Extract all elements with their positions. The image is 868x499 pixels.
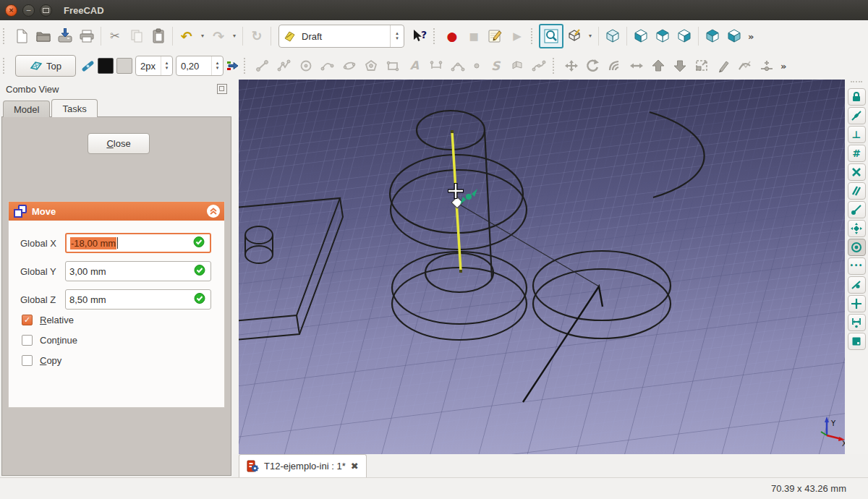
draft-add-point-button[interactable] — [756, 54, 778, 77]
working-plane-button[interactable]: Top — [15, 55, 76, 77]
tab-tasks[interactable]: Tasks — [51, 99, 97, 117]
new-document-button[interactable] — [11, 25, 33, 48]
view-left-button[interactable] — [723, 25, 745, 48]
draft-bspline-button[interactable] — [447, 54, 469, 77]
snap-dimensions-button[interactable] — [848, 314, 866, 331]
scale-spinner[interactable]: ▴▾ — [211, 56, 223, 75]
workbench-selector[interactable]: Draft ▴ ▾ — [278, 25, 404, 48]
print-button[interactable] — [76, 25, 98, 48]
view-right-button[interactable] — [673, 25, 695, 48]
toggle-construction-button[interactable] — [80, 54, 96, 77]
refresh-button[interactable]: ↻ — [246, 25, 268, 48]
workbench-spinner[interactable]: ▴ ▾ — [390, 25, 404, 47]
apply-style-button[interactable] — [225, 54, 241, 77]
copy-button[interactable] — [126, 25, 148, 48]
draft-ellipse-button[interactable] — [339, 54, 360, 77]
snap-center-button[interactable] — [848, 239, 866, 256]
draft-rectangle-button[interactable] — [382, 54, 404, 77]
window-maximize-button[interactable] — [40, 4, 52, 17]
snap-grid-button[interactable]: # — [848, 145, 866, 162]
draft-dimension-button[interactable] — [425, 54, 447, 77]
draft-edit-button[interactable] — [712, 54, 734, 77]
continue-checkbox[interactable] — [22, 335, 33, 346]
draft-downgrade-button[interactable] — [669, 54, 691, 77]
view-rear-button[interactable] — [702, 25, 723, 48]
draft-line-button[interactable] — [252, 54, 273, 77]
toolbar-overflow-button[interactable]: » — [780, 61, 786, 71]
draw-style-dropdown-button[interactable]: ▾ — [585, 33, 595, 39]
macro-play-button[interactable]: ▶ — [506, 25, 528, 48]
window-close-button[interactable]: × — [5, 4, 17, 17]
open-document-button[interactable] — [33, 25, 54, 48]
3d-viewport[interactable]: Y X — [239, 80, 845, 454]
document-tab-close-icon[interactable]: ✖ — [351, 461, 359, 471]
toolbar-grip[interactable] — [3, 58, 8, 74]
draft-trimex-button[interactable] — [626, 54, 647, 77]
view-top-button[interactable] — [652, 25, 673, 48]
global-x-input[interactable]: -18,00 mm — [65, 233, 211, 253]
view-front-button[interactable] — [630, 25, 652, 48]
toolbar-grip[interactable] — [531, 28, 536, 44]
relative-checkbox[interactable]: ✓ — [22, 315, 33, 325]
close-task-button[interactable]: Close — [88, 133, 150, 154]
window-minimize-button[interactable]: − — [22, 4, 35, 17]
move-task-header[interactable]: Move — [9, 202, 224, 221]
snap-endpoint-button[interactable] — [848, 201, 866, 218]
line-width-spinbox[interactable]: 2px ▴▾ — [135, 56, 173, 76]
draft-wire-to-bspline-button[interactable] — [734, 54, 756, 77]
snap-parallel-button[interactable] — [848, 182, 866, 200]
draft-move-button[interactable] — [561, 54, 582, 77]
toolbar-grip[interactable] — [244, 58, 249, 74]
line-width-spinner[interactable]: ▴▾ — [161, 56, 172, 75]
undo-dropdown-button[interactable]: ▾ — [197, 33, 208, 39]
draft-wire-button[interactable] — [273, 54, 295, 77]
view-axonometric-button[interactable] — [602, 25, 624, 48]
fit-all-button[interactable] — [539, 24, 563, 48]
draft-facebinder-button[interactable] — [506, 54, 528, 77]
toolbar-grip[interactable] — [3, 28, 8, 44]
draft-circle-button[interactable] — [295, 54, 317, 77]
document-tab[interactable]: T12-ejemplo-ini : 1* ✖ — [239, 454, 367, 477]
paste-button[interactable] — [148, 25, 169, 48]
macro-edit-button[interactable] — [485, 25, 506, 48]
tab-model[interactable]: Model — [3, 101, 50, 117]
toolbar-overflow-button[interactable]: » — [748, 32, 754, 41]
draft-arc-button[interactable] — [317, 54, 339, 77]
copy-checkbox[interactable] — [22, 355, 33, 366]
draft-rotate-button[interactable] — [582, 54, 604, 77]
snap-special-button[interactable] — [848, 220, 866, 237]
scale-spinbox[interactable]: 0,20 ▴▾ — [176, 56, 224, 76]
snap-perpendicular-button[interactable]: ⊥ — [848, 126, 866, 143]
draft-shapestring-button[interactable]: S — [485, 54, 506, 77]
snap-working-plane-button[interactable] — [848, 333, 866, 350]
snap-lock-button[interactable] — [848, 88, 866, 106]
save-button[interactable] — [54, 25, 76, 48]
collapse-button[interactable] — [207, 205, 220, 218]
draft-scale-button[interactable] — [691, 54, 712, 77]
snap-midpoint-button[interactable] — [848, 107, 866, 124]
cut-button[interactable]: ✂ — [104, 25, 126, 48]
draw-style-button[interactable] — [563, 25, 585, 48]
line-color-swatch[interactable] — [98, 58, 114, 74]
toolbar-grip[interactable] — [433, 28, 438, 44]
dock-float-icon[interactable] — [217, 84, 227, 94]
global-z-input[interactable]: 8,50 mm — [65, 289, 211, 310]
toolbar-grip[interactable] — [553, 58, 558, 74]
snap-intersection-button[interactable] — [848, 163, 866, 181]
snap-extension-button[interactable]: ••• — [848, 257, 866, 275]
draft-point-button[interactable] — [469, 54, 485, 77]
macro-stop-button[interactable]: ■ — [463, 25, 485, 48]
draft-offset-button[interactable] — [604, 54, 626, 77]
macro-record-button[interactable]: ● — [441, 25, 463, 48]
face-color-swatch[interactable] — [116, 58, 132, 74]
draft-bezier-button[interactable] — [528, 54, 550, 77]
undo-button[interactable]: ↶ — [176, 25, 197, 48]
draft-polygon-button[interactable] — [360, 54, 382, 77]
redo-dropdown-button[interactable]: ▾ — [229, 33, 239, 39]
redo-button[interactable]: ↷ — [208, 25, 229, 48]
toolbar-grip[interactable] — [851, 81, 862, 85]
draft-upgrade-button[interactable] — [647, 54, 669, 77]
snap-ortho-button[interactable] — [848, 295, 866, 312]
global-y-input[interactable]: 3,00 mm — [65, 261, 211, 281]
whats-this-button[interactable]: ? — [409, 25, 430, 48]
